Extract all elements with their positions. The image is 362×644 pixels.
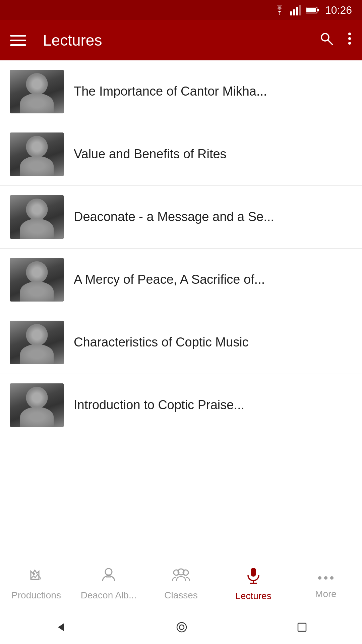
- more-icon: [318, 569, 334, 585]
- home-button[interactable]: [176, 621, 188, 633]
- lecture-item[interactable]: Introduction to Coptic Praise...: [0, 374, 362, 436]
- nav-item-lectures[interactable]: Lectures: [217, 557, 290, 610]
- system-navigation: [0, 610, 362, 644]
- lecture-item[interactable]: Value and Benefits of Rites: [0, 123, 362, 186]
- lecture-thumbnail: [10, 383, 64, 427]
- overflow-menu-button[interactable]: [347, 31, 352, 50]
- signal-icon: [290, 5, 301, 15]
- svg-marker-24: [58, 623, 64, 631]
- recents-button[interactable]: [297, 622, 307, 633]
- nav-label-deacon: Deacon Alb...: [81, 590, 137, 601]
- svg-rect-5: [317, 9, 319, 11]
- wifi-icon: [274, 5, 286, 15]
- nav-label-productions: Productions: [11, 590, 61, 601]
- deacon-icon: [100, 567, 117, 587]
- lectures-icon: [245, 567, 261, 587]
- hamburger-menu-button[interactable]: [10, 35, 26, 46]
- nav-item-classes[interactable]: Classes: [145, 557, 217, 610]
- nav-item-more[interactable]: More: [290, 557, 362, 610]
- svg-point-25: [177, 623, 186, 632]
- svg-rect-0: [290, 11, 292, 15]
- lecture-thumbnail: [10, 70, 64, 113]
- toolbar: Lectures: [0, 20, 362, 60]
- lecture-item[interactable]: A Mercy of Peace, A Sacrifice of...: [0, 249, 362, 311]
- lecture-list: The Importance of Cantor Mikha... Value …: [0, 60, 362, 436]
- battery-icon: [306, 6, 319, 14]
- svg-point-23: [330, 576, 334, 580]
- svg-rect-6: [306, 8, 316, 12]
- svg-point-9: [348, 33, 351, 35]
- status-icons: [274, 5, 319, 15]
- lecture-title: A Mercy of Peace, A Sacrifice of...: [74, 271, 352, 288]
- svg-point-12: [33, 573, 35, 575]
- lecture-title: The Importance of Cantor Mikha...: [74, 83, 352, 100]
- search-button[interactable]: [319, 31, 334, 50]
- lecture-thumbnail: [10, 195, 64, 239]
- lecture-item[interactable]: Deaconate - a Message and a Se...: [0, 186, 362, 249]
- svg-rect-18: [251, 568, 256, 577]
- nav-item-deacon[interactable]: Deacon Alb...: [72, 557, 145, 610]
- status-bar: 10:26: [0, 0, 362, 20]
- svg-line-8: [328, 40, 333, 45]
- svg-point-7: [321, 34, 329, 41]
- page-title: Lectures: [43, 31, 309, 49]
- svg-point-22: [324, 576, 327, 580]
- svg-point-21: [318, 576, 321, 580]
- lecture-title: Value and Benefits of Rites: [74, 146, 352, 162]
- nav-item-productions[interactable]: Productions: [0, 557, 72, 610]
- bottom-navigation: Productions Deacon Alb...: [0, 557, 362, 610]
- lecture-title: Characteristics of Coptic Music: [74, 334, 352, 351]
- lecture-thumbnail: [10, 132, 64, 176]
- toolbar-actions: [319, 31, 352, 50]
- productions-icon: [28, 567, 44, 587]
- lecture-item[interactable]: The Importance of Cantor Mikha...: [0, 60, 362, 123]
- lecture-thumbnail: [10, 258, 64, 302]
- classes-icon: [172, 567, 190, 587]
- lecture-thumbnail: [10, 321, 64, 364]
- svg-point-26: [179, 625, 184, 630]
- nav-label-lectures: Lectures: [235, 591, 271, 601]
- nav-label-classes: Classes: [164, 590, 198, 601]
- svg-point-11: [348, 42, 351, 45]
- svg-point-10: [348, 37, 351, 40]
- svg-rect-3: [299, 5, 301, 15]
- lecture-title: Deaconate - a Message and a Se...: [74, 209, 352, 225]
- back-button[interactable]: [55, 621, 67, 633]
- svg-rect-2: [296, 7, 298, 15]
- nav-label-more: More: [315, 589, 337, 599]
- svg-rect-27: [298, 623, 306, 631]
- lecture-title: Introduction to Coptic Praise...: [74, 397, 352, 413]
- svg-rect-1: [293, 9, 295, 15]
- lecture-item[interactable]: Characteristics of Coptic Music: [0, 311, 362, 374]
- status-time: 10:26: [325, 4, 352, 16]
